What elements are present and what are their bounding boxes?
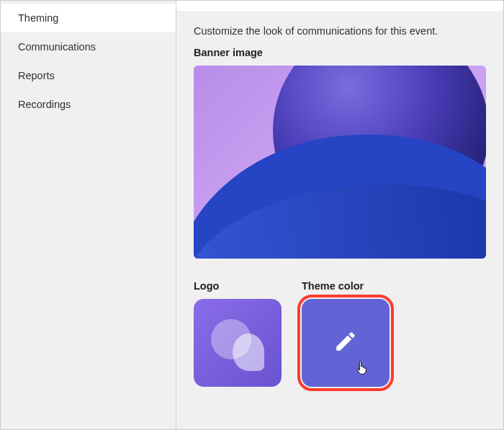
hand-cursor-icon xyxy=(355,359,369,377)
sidebar-item-label: Communications xyxy=(18,41,96,53)
logo-tile[interactable] xyxy=(194,299,282,387)
sidebar-item-label: Recordings xyxy=(18,99,71,110)
sidebar-item-recordings[interactable]: Recordings xyxy=(1,90,176,119)
banner-image-label: Banner image xyxy=(194,47,486,58)
banner-image-preview[interactable] xyxy=(194,66,486,259)
panel-description: Customize the look of communications for… xyxy=(194,25,486,37)
theming-panel: Customize the look of communications for… xyxy=(176,1,503,429)
tile-row: Logo Theme color xyxy=(194,280,486,387)
theme-color-group: Theme color xyxy=(302,280,390,387)
sidebar-item-reports[interactable]: Reports xyxy=(1,61,176,90)
sidebar-item-theming[interactable]: Theming xyxy=(1,4,176,32)
logo-group: Logo xyxy=(194,280,282,387)
sidebar-item-label: Theming xyxy=(18,12,58,24)
sidebar-item-label: Reports xyxy=(18,70,55,81)
theme-color-label: Theme color xyxy=(302,280,390,292)
settings-sidebar: Theming Communications Reports Recording… xyxy=(1,1,176,429)
panel-top-edge xyxy=(176,1,503,12)
sidebar-item-communications[interactable]: Communications xyxy=(1,32,176,61)
theme-color-tile[interactable] xyxy=(302,299,390,387)
chat-bubble-icon xyxy=(233,333,264,371)
logo-label: Logo xyxy=(194,280,282,292)
edit-pencil-icon xyxy=(333,329,358,357)
